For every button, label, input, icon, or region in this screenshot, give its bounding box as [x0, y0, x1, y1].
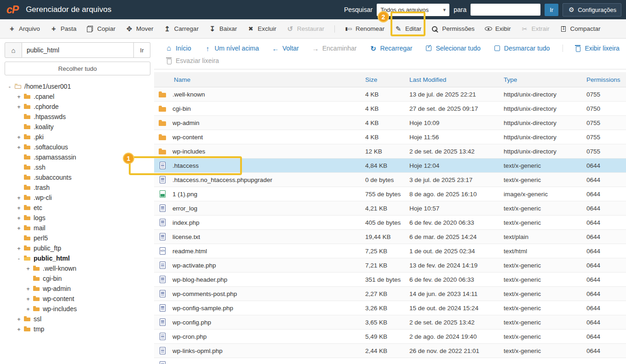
toolbar-item-copiar[interactable]: Copiar — [86, 25, 115, 33]
tree-item--cpanel[interactable]: + .cpanel — [5, 91, 150, 102]
toolbar-item-excluir[interactable]: Excluir — [247, 25, 276, 33]
table-row[interactable]: .htaccess.no_htaccess.phpupgrader 0 de b… — [154, 173, 626, 187]
tree-item-wp-includes[interactable]: + wp-includes — [5, 304, 150, 314]
settings-button[interactable]: ⚙ Configurações — [563, 3, 621, 17]
table-row[interactable]: wp-config.php 3,65 KB 2 de set. de 2025 … — [154, 315, 626, 330]
table-row[interactable]: readme.html 7,25 KB 1 de out. de 2025 02… — [154, 244, 626, 258]
tree-item-perl5[interactable]: perl5 — [5, 233, 150, 243]
search-input[interactable] — [471, 4, 540, 16]
tree-item-etc[interactable]: + etc — [5, 203, 150, 213]
collapse-all-button[interactable]: Recolher tudo — [5, 62, 150, 75]
expander-icon[interactable]: - — [7, 83, 12, 90]
tree-item--wp-cli[interactable]: + .wp-cli — [5, 193, 150, 203]
table-row[interactable]: cgi-bin 4 KB 27 de set. de 2025 09:17 ht… — [154, 102, 626, 116]
tree-item-public-ftp[interactable]: + public_ftp — [5, 243, 150, 253]
tree-item-tmp[interactable]: + tmp — [5, 324, 150, 334]
tree-item--ssh[interactable]: .ssh — [5, 162, 150, 172]
table-row[interactable]: 1 (1).png 755 de bytes 8 de ago. de 2025… — [154, 187, 626, 201]
table-row[interactable]: license.txt 19,44 KB 6 de mar. de 2025 1… — [154, 230, 626, 244]
toolbar-item-compactar[interactable]: Compactar — [560, 25, 601, 33]
table-row[interactable]: error_log 4,21 KB Hoje 10:57 text/x-gene… — [154, 201, 626, 216]
tree-item--koality[interactable]: .koality — [5, 122, 150, 132]
column-header-name[interactable]: Name — [154, 76, 363, 83]
expander-icon[interactable]: + — [17, 194, 21, 201]
toolbar-item-editar[interactable]: Editar — [395, 25, 421, 33]
toolbar-item-exibir[interactable]: Exibir — [485, 25, 511, 33]
column-header-permissions[interactable]: Permissions — [584, 76, 626, 83]
table-row[interactable]: wp-blog-header.php 351 de bytes 6 de fev… — [154, 273, 626, 287]
tree-item-logs[interactable]: + logs — [5, 213, 150, 223]
tree-item-wp-admin[interactable]: + wp-admin — [5, 284, 150, 294]
expander-icon[interactable]: + — [26, 285, 30, 292]
tree-item-ssl[interactable]: + ssl — [5, 314, 150, 324]
expander-icon[interactable]: + — [17, 245, 21, 252]
search-scope-select[interactable]: Todos os arquivos ▾ — [377, 4, 449, 16]
expander-icon[interactable]: + — [17, 225, 21, 232]
table-row[interactable]: wp-config-sample.php 3,26 KB 15 de out. … — [154, 301, 626, 315]
toolbar-item-restaurar[interactable]: Restaurar — [287, 25, 324, 33]
expander-icon[interactable]: + — [17, 134, 21, 141]
expander-icon[interactable]: - — [17, 255, 21, 262]
column-header-size[interactable]: Size — [363, 76, 407, 83]
toolbar-item-pasta[interactable]: Pasta — [50, 25, 77, 33]
tree-item--htpasswds[interactable]: .htpasswds — [5, 112, 150, 122]
path-go-button[interactable]: Ir — [134, 42, 150, 58]
tree-item-public-html[interactable]: - public_html — [5, 253, 150, 263]
tree-item--well-known[interactable]: + .well-known — [5, 263, 150, 273]
nav-item-desmarcar-tudo[interactable]: Desmarcar tudo — [494, 45, 550, 52]
expander-icon[interactable]: + — [17, 215, 21, 222]
nav-item-selecionar-tudo[interactable]: Selecionar tudo — [425, 45, 480, 52]
expander-icon[interactable]: + — [17, 103, 21, 110]
table-row[interactable]: wp-links-opml.php 2,44 KB 26 de nov. de … — [154, 344, 626, 358]
tree-item-cgi-bin[interactable]: cgi-bin — [5, 273, 150, 284]
expander-icon[interactable]: + — [17, 316, 21, 323]
tree-item-wp-content[interactable]: + wp-content — [5, 294, 150, 304]
nav-item-esvaziar-lixeira[interactable]: Esvaziar lixeira — [165, 57, 219, 64]
tree-item--softaculous[interactable]: + .softaculous — [5, 142, 150, 152]
tree-item--pki[interactable]: + .pki — [5, 132, 150, 142]
table-row[interactable]: wp-includes 12 KB 2 de set. de 2025 13:4… — [154, 144, 626, 159]
expander-icon[interactable]: + — [26, 265, 30, 272]
nav-item-recarregar[interactable]: Recarregar — [369, 45, 412, 52]
toolbar-item-renomear[interactable]: Renomear — [334, 25, 385, 33]
nav-item-um-n-vel-acima[interactable]: Um nível acima — [204, 45, 258, 52]
table-row[interactable] — [154, 358, 626, 364]
expander-icon[interactable]: + — [17, 144, 21, 151]
expander-icon[interactable]: + — [26, 296, 30, 302]
table-row[interactable]: .well-known 4 KB 13 de jul. de 2025 22:2… — [154, 87, 626, 102]
tree-item--home1-user001[interactable]: - /home1/user001 — [5, 81, 150, 91]
nav-item-exibir-lixeira[interactable]: Exibir lixeira — [563, 45, 619, 52]
file-name: wp-cron.php — [172, 333, 207, 340]
toolbar-item-carregar[interactable]: Carregar — [164, 25, 199, 33]
table-row[interactable]: wp-comments-post.php 2,27 KB 14 de jun. … — [154, 287, 626, 301]
table-row[interactable]: wp-cron.php 5,49 KB 2 de ago. de 2024 19… — [154, 330, 626, 344]
toolbar-item-mover[interactable]: Mover — [126, 25, 154, 33]
toolbar-item-extrair[interactable]: Extrair — [521, 25, 550, 33]
nav-item-in-cio[interactable]: Início — [165, 45, 191, 52]
nav-item-voltar[interactable]: Voltar — [272, 45, 299, 52]
home-button[interactable]: ⌂ — [5, 42, 22, 58]
table-row[interactable]: .htaccess 4,84 KB Hoje 12:04 text/x-gene… — [154, 159, 626, 173]
expander-icon[interactable]: + — [17, 205, 21, 211]
file-permissions: 0644 — [584, 333, 626, 340]
tree-item--spamassassin[interactable]: .spamassassin — [5, 152, 150, 162]
expander-icon[interactable]: + — [17, 93, 21, 100]
expander-icon[interactable]: + — [17, 326, 21, 333]
table-row[interactable]: wp-activate.php 7,21 KB 13 de fev. de 20… — [154, 258, 626, 273]
column-header-last-modified[interactable]: Last Modified — [407, 76, 501, 83]
tree-item-mail[interactable]: + mail — [5, 223, 150, 233]
table-row[interactable]: index.php 405 de bytes 6 de fev. de 2020… — [154, 216, 626, 230]
toolbar-item-arquivo[interactable]: Arquivo — [8, 25, 40, 33]
table-row[interactable]: wp-content 4 KB Hoje 11:56 httpd/unix-di… — [154, 130, 626, 144]
tree-item--subaccounts[interactable]: .subaccounts — [5, 172, 150, 182]
search-go-button[interactable]: Ir — [545, 4, 558, 16]
path-input[interactable] — [22, 42, 134, 58]
column-header-type[interactable]: Type — [501, 76, 584, 83]
table-row[interactable]: wp-admin 4 KB Hoje 10:09 httpd/unix-dire… — [154, 116, 626, 130]
expander-icon[interactable]: + — [26, 306, 30, 313]
tree-item--cphorde[interactable]: + .cphorde — [5, 102, 150, 112]
toolbar-item-baixar[interactable]: Baixar — [209, 25, 237, 33]
toolbar-item-permiss-es[interactable]: Permissões — [431, 25, 475, 33]
tree-item--trash[interactable]: .trash — [5, 182, 150, 193]
nav-item-encaminhar[interactable]: Encaminhar — [312, 45, 357, 52]
